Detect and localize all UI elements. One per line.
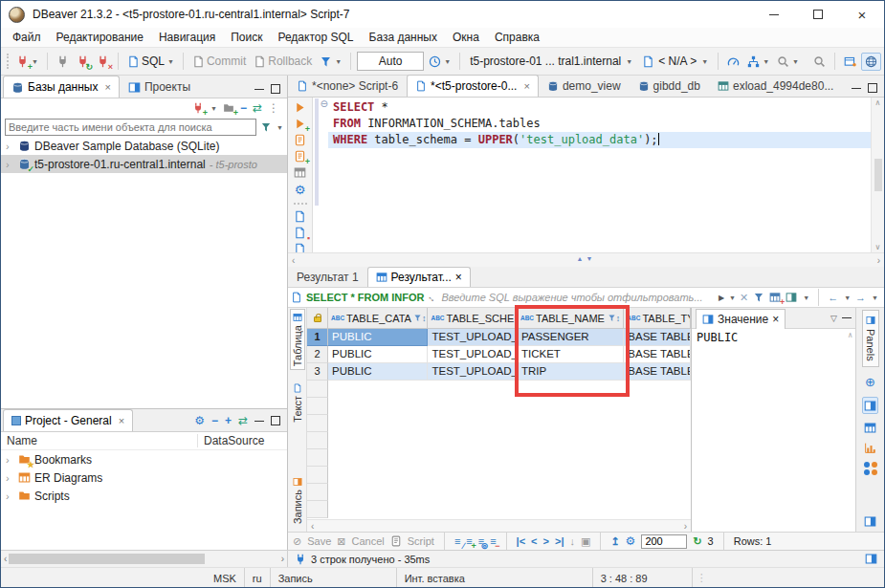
expand-chevron-icon[interactable]: › [6, 490, 14, 502]
minimize-button[interactable] [752, 1, 796, 28]
grid-cell[interactable]: TEST_UPLOAD_DAT [428, 363, 518, 381]
value-grid-icon[interactable]: ⊕ [865, 375, 875, 389]
column-header-table-sche[interactable]: ABC TABLE_SCHE ↕ [428, 308, 518, 328]
editor-vertical-scrollbar[interactable]: ∧ ∨ [871, 98, 884, 252]
switch-presentation-icon[interactable] [864, 515, 876, 528]
link-with-editor-icon[interactable]: ⇄ [253, 101, 262, 115]
grid-cell[interactable]: BASE TABLE [624, 363, 691, 381]
duplicate-row-icon[interactable]: ≡⊚ [478, 535, 484, 547]
grid-cell[interactable]: TICKET [518, 346, 624, 363]
menu-sql-editor[interactable]: Редактор SQL [270, 29, 361, 46]
export-from-query-icon[interactable] [294, 210, 306, 223]
panels-tab[interactable]: Panels [862, 310, 879, 367]
object-search-input[interactable] [5, 119, 256, 136]
delete-row-icon[interactable]: ≡− [490, 535, 496, 547]
datasource-column-header[interactable]: DataSource [197, 434, 281, 447]
tree-item-sample-database[interactable]: › DBeaver Sample Database (SQLite) [1, 137, 287, 155]
sort-icon[interactable]: ↕ [616, 314, 621, 323]
menu-window[interactable]: Окна [445, 29, 487, 46]
tab-demo-view[interactable]: demo_view [539, 75, 630, 97]
scrollbar-thumb[interactable] [874, 159, 882, 191]
sql-editor-button[interactable]: SQL▼ [124, 53, 177, 70]
calc-panel-icon[interactable] [864, 422, 876, 434]
disconnect-icon[interactable]: × [94, 54, 112, 70]
view-menu-icon[interactable]: ⋮ [268, 101, 279, 115]
add-row-icon[interactable]: ≡+ [466, 535, 472, 547]
close-tab-icon[interactable]: × [119, 415, 124, 426]
row-number[interactable]: 1 [307, 329, 328, 346]
value-content[interactable]: PUBLIC ∧ [692, 329, 855, 532]
project-panel-scrollbar[interactable]: ‹ › [1, 551, 288, 567]
name-column-header[interactable]: Name [7, 434, 37, 447]
grid-cell[interactable]: BASE TABLE [624, 329, 691, 346]
editor-horizontal-scrollbar[interactable]: ‹ ▲▼ › [288, 252, 884, 267]
script-button[interactable]: Script [408, 535, 434, 547]
filter-input[interactable]: Введите SQL выражение чтобы отфильтроват… [441, 292, 714, 303]
tree-item-scripts[interactable]: › Scripts [1, 487, 287, 505]
cursor-position-indicator[interactable]: 3 : 48 : 89 [593, 568, 693, 588]
metadata-panel-icon[interactable] [864, 442, 876, 454]
tree-item-t5-prostore[interactable]: › ✓ t5-prostore-01.ru-central1.internal … [1, 155, 287, 173]
language-indicator[interactable]: ru [245, 568, 271, 588]
grid-cell[interactable]: PUBLIC [328, 346, 428, 363]
tab-project-general[interactable]: Project - General× [3, 409, 133, 431]
save-button[interactable]: Save [307, 535, 331, 547]
network-profile-icon[interactable]: ▼ [744, 54, 772, 70]
maximize-panel-icon[interactable] [271, 416, 280, 425]
minimize-panel-icon[interactable] [842, 317, 852, 318]
new-connection-icon[interactable]: + [192, 102, 204, 114]
sash-collapse-icons[interactable]: ▲▼ [577, 255, 596, 262]
tab-t5-prostore-script[interactable]: *<t5-prostore-0...× [407, 75, 539, 97]
nav-back-icon[interactable]: ← [828, 292, 838, 303]
editor-settings-gear-icon[interactable]: ⚙ [295, 183, 306, 197]
dbeaver-perspective-icon[interactable] [861, 53, 881, 71]
view-tab-record[interactable]: Запись [290, 473, 305, 528]
view-tab-text[interactable]: Текст [290, 380, 305, 426]
collapse-all-icon[interactable]: − [211, 414, 218, 427]
close-tab-icon[interactable]: × [104, 81, 110, 93]
nav-forward-icon[interactable]: → [855, 292, 866, 303]
rollback-button[interactable]: Rollback [251, 53, 315, 70]
collapse-all-icon[interactable]: − [240, 101, 247, 115]
export-result-icon[interactable]: ↥ [610, 535, 619, 548]
connect-icon[interactable] [54, 54, 72, 70]
menu-file[interactable]: Файл [5, 29, 49, 46]
menu-database[interactable]: База данных [362, 29, 445, 46]
grid-corner-cell[interactable] [307, 308, 328, 328]
column-header-table-cata[interactable]: ABC TABLE_CATA ↕ [328, 308, 428, 328]
new-connection-button[interactable]: +▼ [13, 54, 41, 70]
explain-plan-icon[interactable] [294, 166, 306, 179]
filter-apply-arrow-icon[interactable]: ▶ [719, 294, 724, 302]
grid-cell[interactable]: PASSENGER [518, 329, 624, 346]
clear-filter-icon[interactable]: ✕ [740, 292, 748, 304]
tab-gibdd-db[interactable]: gibdd_db [630, 75, 709, 97]
menu-help[interactable]: Справка [487, 29, 547, 46]
fetch-size-input[interactable] [641, 534, 687, 549]
minimize-panel-icon[interactable] [254, 89, 264, 90]
filter-icon[interactable] [260, 121, 272, 133]
expand-chevron-icon[interactable]: › [6, 454, 14, 466]
transaction-log-button[interactable]: ▼ [317, 54, 344, 70]
grid-cell[interactable]: TEST_UPLOAD_DAT [428, 346, 518, 363]
row-number[interactable]: 2 [307, 346, 328, 363]
close-tab-icon[interactable]: × [455, 271, 462, 284]
previous-page-icon[interactable]: < [531, 535, 537, 547]
connection-selector[interactable]: t5-prostore-01 ... tral1.internal▼ [466, 54, 636, 68]
grid-cell[interactable]: PUBLIC [328, 363, 428, 381]
view-menu-chevron-icon[interactable]: ▽ [830, 314, 837, 323]
expand-filter-icon[interactable]: ↔ [426, 291, 440, 305]
close-tab-icon[interactable]: × [523, 80, 529, 92]
search-metadata-icon[interactable]: ▼ [774, 54, 802, 70]
menu-edit[interactable]: Редактирование [49, 29, 151, 46]
row-number[interactable]: 3 [307, 363, 328, 381]
cancel-button[interactable]: Cancel [352, 535, 385, 547]
menu-navigation[interactable]: Навигация [151, 29, 223, 46]
tab-result-1[interactable]: Результат 1 [288, 267, 367, 287]
close-button[interactable]: × [840, 1, 884, 28]
unassigned-doc-icon[interactable]: ▪ [294, 227, 306, 239]
column-filter-icon[interactable] [413, 314, 422, 322]
expand-chevron-icon[interactable]: › [6, 472, 14, 484]
color-settings-icon[interactable] [785, 292, 797, 303]
grouping-panel-icon[interactable] [864, 462, 877, 475]
save-filter-icon[interactable]: + [769, 292, 781, 303]
